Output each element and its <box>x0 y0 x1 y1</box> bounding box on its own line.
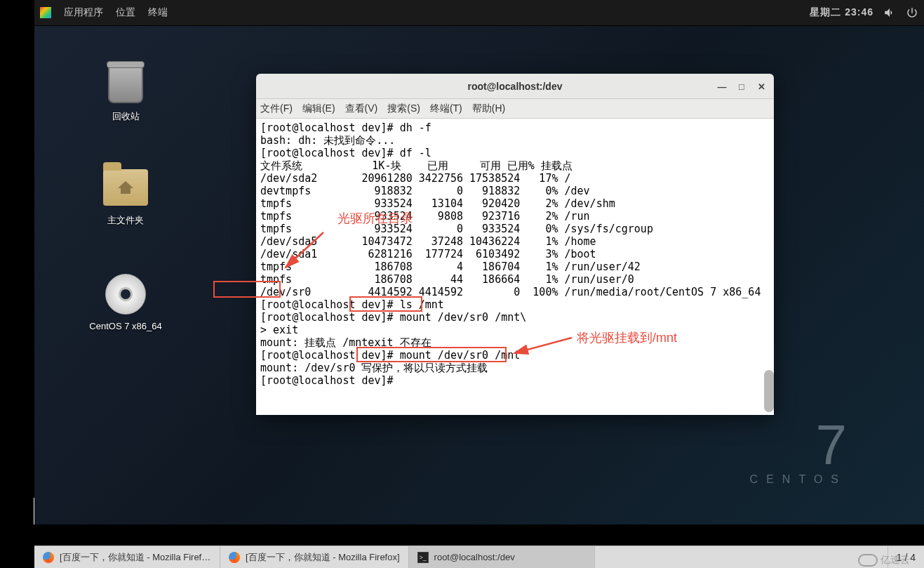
clock[interactable]: 星期二 23:46 <box>810 6 873 19</box>
desktop-icon-label: 回收站 <box>112 110 140 123</box>
close-button[interactable]: ✕ <box>753 78 770 95</box>
firefox-icon <box>43 552 54 563</box>
disc-icon <box>105 274 146 315</box>
menu-search[interactable]: 搜索(S) <box>387 103 420 115</box>
terminal-icon: >_ <box>417 552 429 563</box>
desktop-icon-label: 主文件夹 <box>107 214 144 227</box>
menu-terminal[interactable]: 终端 <box>148 6 168 19</box>
desktop-icon-home[interactable]: 主文件夹 <box>76 165 175 227</box>
window-titlebar[interactable]: root@localhost:/dev — □ ✕ <box>256 74 774 99</box>
taskbar-item-label: [百度一下，你就知道 - Mozilla Firef… <box>60 551 210 564</box>
volume-icon[interactable] <box>883 6 896 19</box>
menu-file[interactable]: 文件(F) <box>260 103 293 115</box>
scrollbar[interactable] <box>764 370 774 412</box>
applications-icon <box>40 7 51 18</box>
firefox-icon <box>229 552 240 563</box>
taskbar-item-firefox-2[interactable]: [百度一下，你就知道 - Mozilla Firefox] <box>220 546 409 568</box>
centos-logo: 7 CENTOS <box>750 417 847 486</box>
window-title: root@localhost:/dev <box>468 81 563 92</box>
cloud-icon <box>858 554 878 567</box>
menu-applications[interactable]: 应用程序 <box>64 6 103 19</box>
trash-icon <box>108 64 143 103</box>
menu-view[interactable]: 查看(V) <box>345 103 378 115</box>
terminal-menubar: 文件(F) 编辑(E) 查看(V) 搜索(S) 终端(T) 帮助(H) <box>256 99 774 119</box>
taskbar: [百度一下，你就知道 - Mozilla Firef… [百度一下，你就知道 -… <box>34 546 924 568</box>
desktop-icon-disc[interactable]: CentOS 7 x86_64 <box>76 272 175 331</box>
desktop-icon-trash[interactable]: 回收站 <box>76 61 175 123</box>
taskbar-item-firefox-1[interactable]: [百度一下，你就知道 - Mozilla Firef… <box>34 546 220 568</box>
taskbar-item-terminal[interactable]: >_ root@localhost:/dev <box>409 546 595 568</box>
power-icon[interactable] <box>906 6 918 19</box>
maximize-button[interactable]: □ <box>733 78 750 95</box>
terminal-window: root@localhost:/dev — □ ✕ 文件(F) 编辑(E) 查看… <box>256 74 774 415</box>
menu-help[interactable]: 帮助(H) <box>472 103 505 115</box>
watermark: 亿速云 <box>858 554 910 567</box>
top-panel: 应用程序 位置 终端 星期二 23:46 <box>34 0 924 26</box>
minimize-button[interactable]: — <box>714 78 730 95</box>
menu-terminal[interactable]: 终端(T) <box>430 103 462 115</box>
menu-places[interactable]: 位置 <box>116 6 135 19</box>
desktop-icon-label: CentOS 7 x86_64 <box>89 321 161 331</box>
folder-icon <box>103 169 148 206</box>
terminal-output[interactable]: [root@localhost dev]# dh -f bash: dh: 未找… <box>256 119 774 415</box>
desktop[interactable]: 回收站 主文件夹 CentOS 7 x86_64 7 CENTOS root@l… <box>34 26 924 524</box>
taskbar-item-label: [百度一下，你就知道 - Mozilla Firefox] <box>246 551 400 564</box>
taskbar-item-label: root@localhost:/dev <box>434 552 515 562</box>
menu-edit[interactable]: 编辑(E) <box>302 103 335 115</box>
